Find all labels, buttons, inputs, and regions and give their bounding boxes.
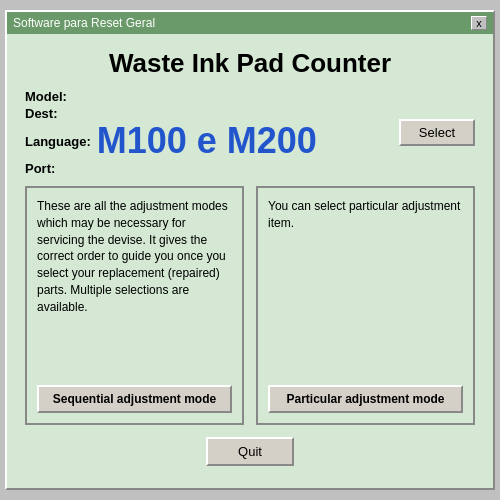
- title-bar: Software para Reset Geral x: [7, 12, 493, 34]
- mode-container: These are all the adjustment modes which…: [25, 186, 475, 425]
- sequential-description: These are all the adjustment modes which…: [37, 198, 232, 316]
- page-title: Waste Ink Pad Counter: [25, 48, 475, 79]
- main-window: Software para Reset Geral x Waste Ink Pa…: [5, 10, 495, 490]
- close-button[interactable]: x: [471, 16, 487, 30]
- info-grid: Model: Select Dest: Language: M100 e M20…: [25, 89, 475, 176]
- select-btn-cell: Select: [389, 119, 475, 146]
- port-label: Port:: [25, 161, 97, 176]
- model-label: Model:: [25, 89, 97, 104]
- language-label: Language:: [25, 134, 97, 149]
- window-title: Software para Reset Geral: [13, 16, 155, 30]
- sequential-mode-button[interactable]: Sequential adjustment mode: [37, 385, 232, 413]
- language-value: M100 e M200: [97, 123, 389, 159]
- dest-label: Dest:: [25, 106, 97, 121]
- quit-button[interactable]: Quit: [206, 437, 294, 466]
- sequential-mode-box: These are all the adjustment modes which…: [25, 186, 244, 425]
- particular-mode-box: You can select particular adjustment ite…: [256, 186, 475, 425]
- particular-description: You can select particular adjustment ite…: [268, 198, 463, 232]
- select-button[interactable]: Select: [399, 119, 475, 146]
- window-body: Waste Ink Pad Counter Model: Select Dest…: [7, 34, 493, 488]
- particular-mode-button[interactable]: Particular adjustment mode: [268, 385, 463, 413]
- bottom-bar: Quit: [25, 437, 475, 478]
